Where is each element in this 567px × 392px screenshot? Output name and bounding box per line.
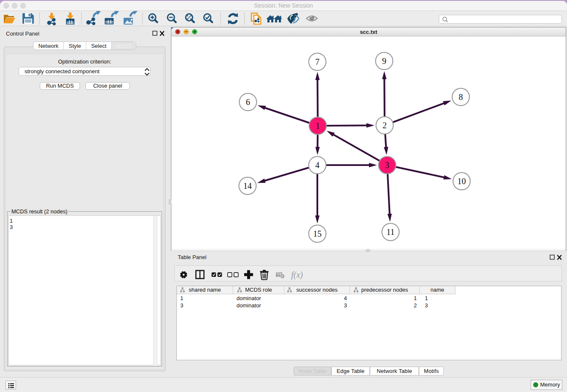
- svg-text:2: 2: [383, 121, 387, 130]
- svg-text:1: 1: [316, 121, 320, 130]
- svg-text:8: 8: [459, 92, 463, 102]
- svg-text:11: 11: [386, 227, 394, 237]
- svg-text:10: 10: [457, 177, 466, 186]
- svg-text:14: 14: [243, 181, 252, 190]
- svg-text:4: 4: [315, 160, 319, 170]
- svg-text:9: 9: [382, 56, 386, 66]
- svg-text:15: 15: [313, 229, 322, 238]
- svg-text:6: 6: [246, 97, 250, 107]
- svg-text:7: 7: [315, 57, 319, 66]
- svg-text:f(x): f(x): [291, 270, 303, 280]
- svg-text:3: 3: [385, 160, 389, 170]
